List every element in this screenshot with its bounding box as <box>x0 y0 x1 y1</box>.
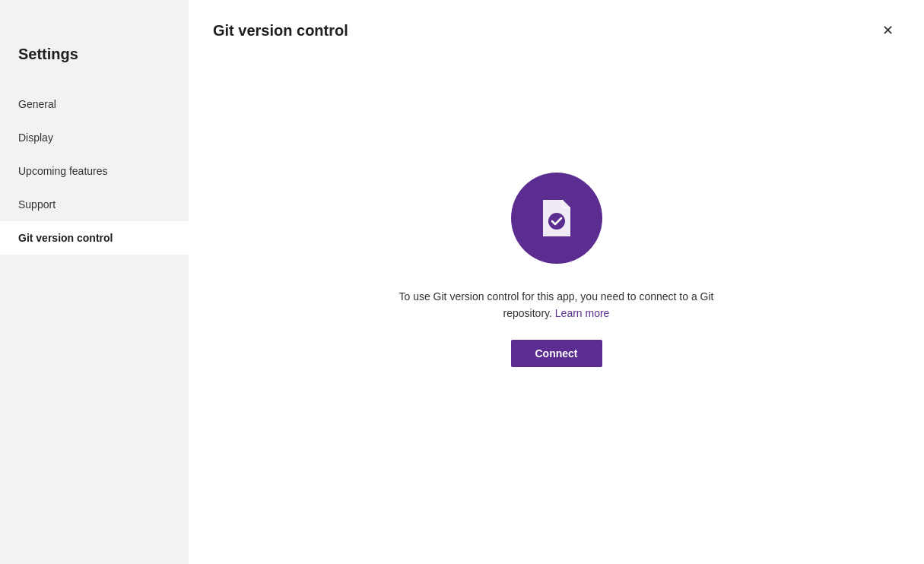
git-document-icon <box>532 194 581 242</box>
connect-button[interactable]: Connect <box>511 340 602 367</box>
sidebar-item-display[interactable]: Display <box>0 121 189 154</box>
description-text: To use Git version control for this app,… <box>397 288 716 322</box>
sidebar-item-general[interactable]: General <box>0 87 189 121</box>
sidebar-item-support[interactable]: Support <box>0 188 189 221</box>
sidebar-item-upcoming-features[interactable]: Upcoming features <box>0 154 189 188</box>
close-icon: ✕ <box>882 22 894 39</box>
sidebar: Settings General Display Upcoming featur… <box>0 0 189 564</box>
main-content: Git version control ✕ To use Git version… <box>189 0 924 564</box>
sidebar-nav: General Display Upcoming features Suppor… <box>0 87 189 255</box>
main-body: To use Git version control for this app,… <box>189 43 924 564</box>
learn-more-link[interactable]: Learn more <box>555 307 610 319</box>
svg-point-0 <box>548 213 565 230</box>
sidebar-item-git-version-control[interactable]: Git version control <box>0 221 189 255</box>
sidebar-title: Settings <box>0 46 189 87</box>
git-icon-circle <box>511 173 602 264</box>
page-title: Git version control <box>213 22 348 40</box>
close-button[interactable]: ✕ <box>875 18 900 43</box>
main-header: Git version control ✕ <box>189 0 924 43</box>
